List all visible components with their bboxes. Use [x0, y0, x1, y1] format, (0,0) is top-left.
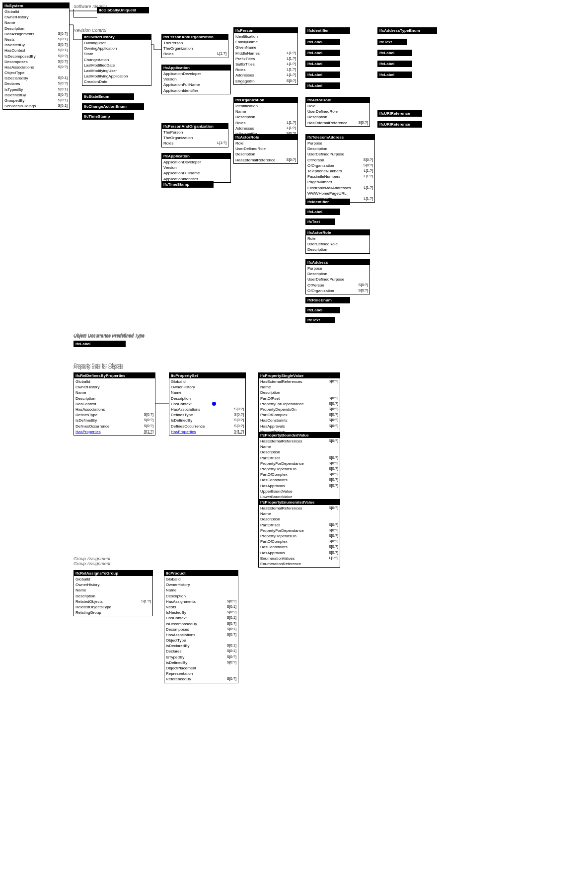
item-pbv-hasconstraints: HasConstraintsS[0:?] [260, 477, 338, 483]
box-ifc-person: IfcPerson Identification FamilyName Give… [233, 27, 298, 85]
item-ps-definestype: DefinesTypeS[0:?] [171, 412, 244, 418]
item-org-desc: Description [235, 114, 296, 120]
item-roles: RolesL[1:?] [163, 51, 226, 57]
header-ifc-identifier1: IfcIdentifier [306, 28, 350, 33]
body-ifc-person: Identification FamilyName GivenName Midd… [234, 33, 297, 84]
header-ifc-text2: IfcText [306, 219, 335, 224]
item-psv-propfordep: PropertyForDependanceS[0:?] [260, 401, 338, 407]
box-ifc-address-type-enum: IfcAddressTypeEnum [377, 27, 437, 34]
item-ratg-name: Name [75, 587, 151, 593]
section-group-assignment: Group Assignment [74, 556, 110, 561]
item-pev-desc: Description [260, 516, 338, 522]
item-lastmodapp: LastModifyingApplication [84, 73, 149, 79]
box-ifc-globally-unique-id: IfcGloballyUniqueId [97, 7, 149, 13]
header-ifc-application2: IfcApplication [162, 153, 230, 159]
box-ifc-uri-reference2: IfcURIReference [377, 121, 422, 128]
item-ownerhistory: OwnerHistory [4, 14, 68, 20]
item-ps-definesoccurrence: DefinesOccurrenceS[0:?] [171, 424, 244, 429]
box-ifc-label8: IfcLabel [377, 72, 412, 78]
item-theperson: ThePerson [163, 40, 226, 46]
item-ar1-desc: Description [235, 151, 296, 157]
item-ar3-role: Role [307, 236, 368, 241]
item-ar2-role: Role [307, 103, 368, 109]
body-ifc-actor-role1: Role UserDefinedRole Description HasExte… [234, 140, 297, 163]
item-pev-name: Name [260, 511, 338, 516]
item-servicesbuildings: ServicesBuildingsS[0:1] [4, 103, 68, 109]
box-ifc-rel-defines-by-props: IfcRelDefinesByProperties GlobalId Owner… [74, 372, 155, 436]
item-addr-desc: Description [307, 271, 368, 277]
item-pev-enumref: EnumerationReference [260, 561, 338, 567]
item-ta-oforg: OfOrganizationS[0:?] [307, 163, 373, 168]
item-pbv-upperbound: UpperBoundValue [260, 489, 338, 494]
item-familyname: FamilyName [235, 39, 296, 45]
item-lastmoddate: LastModifiedDate [84, 63, 149, 68]
item-ar1-role: Role [235, 141, 296, 146]
item-prod-representation: Representation [166, 671, 236, 676]
header-ifc-time-stamp2: IfcTimeStamp [162, 182, 213, 187]
item-appfullname: ApplicationFullName [163, 82, 229, 87]
item-ps-name: Name [171, 390, 244, 395]
item-theperson2: ThePerson [163, 130, 226, 135]
box-ifc-address: IfcAddress Purpose Description UserDefin… [305, 259, 370, 294]
item-roles2: RolesL[1:?] [163, 141, 226, 146]
item-org-name: Name [235, 109, 296, 114]
item-rdbp-isdefinedby: IsDefinedByS[0:?] [75, 418, 153, 423]
item-owninguser: OwningUser [84, 40, 149, 46]
body-ifc-person-and-org1: ThePerson TheOrganization RolesL[1:?] [162, 40, 228, 58]
box-ifc-person-and-org2: IfcPersonAndOrganization ThePerson TheOr… [161, 123, 228, 147]
header-ifc-time-stamp1: IfcTimeStamp [82, 114, 134, 119]
body-ifc-product: GlobalId OwnerHistory Name Description H… [164, 576, 238, 683]
box-ifc-application2: IfcApplication ApplicationDeveloper Vers… [161, 153, 231, 183]
box-ifc-label7: IfcLabel [377, 61, 412, 67]
box-ifc-label6: IfcLabel [377, 50, 412, 56]
connector-dot [212, 402, 216, 406]
header-ifc-organization: IfcOrganization [234, 97, 297, 103]
item-ratg-desc: Description [75, 593, 151, 599]
box-ifc-label5: IfcLabel [305, 82, 340, 89]
header-ifc-rel-assigns-to-group: IfcRelAssignsToGroup [74, 571, 152, 576]
header-ifc-application1: IfcApplication [162, 65, 230, 71]
item-pev-hasext: HasExternalReferencesS[0:?] [260, 506, 338, 511]
box-ifc-change-action-enum: IfcChangeActionEnum [82, 103, 144, 110]
item-isdeclaredby: IsDeclaredByS[0:1] [4, 75, 68, 81]
header-ifc-label-role: IfcLabel [306, 307, 340, 313]
header-ifc-owner-history: IfcOwnerHistory [82, 34, 151, 40]
item-ta-udp: UserDefinedPurpose [307, 151, 373, 157]
item-rdbp-globalid: GlobalId [75, 379, 153, 384]
header-ifc-product: IfcProduct [164, 571, 238, 576]
main-container: Software Identity Revision Control Objec… [0, 0, 588, 872]
header-ifc-role-enum: IfcRoleEnum [306, 297, 350, 303]
item-hasassociations: HasAssociationsS[0:?] [4, 65, 68, 70]
item-ta-email: ElectronicMailAddressesL[1:?] [307, 185, 373, 191]
item-prod-desc: Description [166, 593, 236, 599]
body-ifc-telecom-address: Purpose Description UserDefinedPurpose O… [306, 140, 374, 202]
box-ifc-identifier1: IfcIdentifier [305, 27, 350, 34]
box-ifc-property-enumerated-value: IfcPropertyEnumeratedValue HasExternalRe… [258, 499, 340, 568]
header-ifc-uri-reference2: IfcURIReference [378, 122, 422, 127]
item-givenname: GivenName [235, 45, 296, 50]
item-pev-enumvalues: EnumerationValuesL[1:?] [260, 556, 338, 561]
section-revision-control: Revision Control [74, 28, 106, 33]
item-pev-hasapprovals: HasApprovalsS[0:?] [260, 550, 338, 556]
item-declares: DeclaresS[0:?] [4, 81, 68, 86]
item-prod-isdecomposedby: IsDecomposedByS[0:?] [166, 621, 236, 627]
item-istypedby: IsTypedByS[0:1] [4, 87, 68, 92]
item-engagedin: EngagedInS[0:?] [235, 78, 296, 84]
box-ifc-state-enum: IfcStateEnum [82, 93, 134, 100]
item-pev-propdepson: PropertyDependsOnS[0:?] [260, 533, 338, 539]
box-ifc-telecom-address: IfcTelecomAddress Purpose Description Us… [305, 134, 375, 203]
box-ifc-owner-history: IfcOwnerHistory OwningUser OwningApplica… [82, 34, 151, 86]
section-oo-label: Object Occurrence Predefined Type [74, 334, 145, 339]
item-ar2-hasext: HasExternalReferenceS[0:?] [307, 120, 368, 126]
item-psv-hasapprovals: HasApprovalsS[0:?] [260, 424, 338, 429]
item-ta-pager: PagerNumber [307, 179, 373, 185]
item-ta-fax: FacsimileNumbersL[1:?] [307, 174, 373, 179]
body-ifc-person-and-org2: ThePerson TheOrganization RolesL[1:?] [162, 129, 228, 147]
item-pev-partofpset: PartOfPsetS[0:?] [260, 522, 338, 528]
item-prod-istypedby: IsTypedByS[0:?] [166, 654, 236, 660]
item-ar1-hasext: HasExternalReferenceS[0:?] [235, 157, 296, 163]
item-lastmoduser: LastModifyingUser [84, 68, 149, 73]
item-pev-propfordep: PropertyForDependanceS[0:?] [260, 528, 338, 533]
item-appid: ApplicationIdentifier [163, 88, 229, 93]
box-ifc-label1: IfcLabel [305, 39, 340, 45]
